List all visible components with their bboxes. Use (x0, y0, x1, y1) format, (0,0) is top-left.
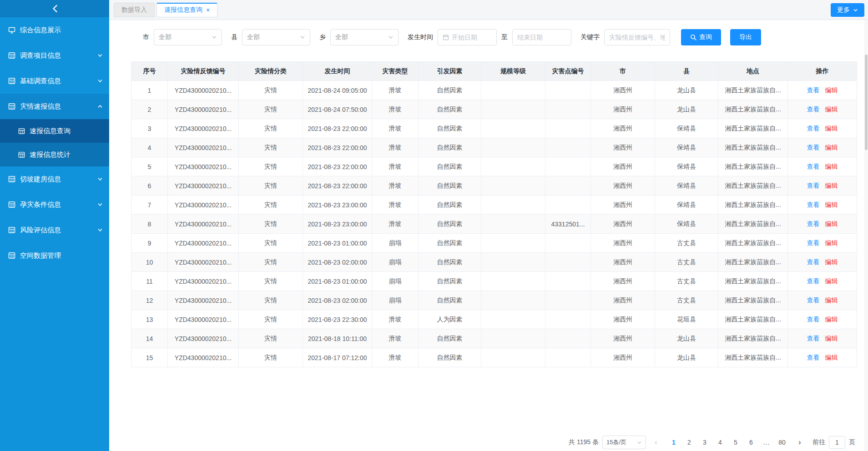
table-cell: 滑坡 (372, 215, 419, 234)
sidebar-subitem-report-info-query[interactable]: 速报信息查询 (0, 119, 109, 143)
sidebar-item-basic-survey-info[interactable]: 基础调查信息 (0, 68, 109, 94)
page-number[interactable]: 1 (667, 436, 681, 449)
town-select[interactable]: 全部 (330, 29, 399, 45)
tab-data-import[interactable]: 数据导入 (114, 3, 155, 17)
table-cell: 龙山县 (655, 81, 718, 100)
edit-link[interactable]: 编辑 (825, 316, 838, 323)
sidebar-item-disaster-condition-info[interactable]: 孕灾条件信息 (0, 192, 109, 217)
view-link[interactable]: 查看 (807, 105, 820, 113)
sidebar-item-slope-housing-info[interactable]: 切坡建房信息 (0, 166, 109, 192)
table-cell: 湘西土家族苗族自... (718, 157, 788, 176)
view-link[interactable]: 查看 (807, 201, 820, 208)
view-link[interactable]: 查看 (807, 239, 820, 246)
view-link[interactable]: 查看 (807, 163, 820, 170)
page-number[interactable]: 5 (729, 436, 742, 449)
start-date-field[interactable] (452, 34, 492, 41)
chevron-down-icon (97, 202, 103, 207)
prev-page-button[interactable]: ‹ (650, 438, 662, 446)
edit-link[interactable]: 编辑 (825, 296, 838, 304)
sidebar-menu: 综合信息展示 调查项目信息 基础调查信息 灾情速报信 (0, 17, 109, 451)
edit-link[interactable]: 编辑 (825, 163, 838, 170)
page-number[interactable]: 6 (744, 436, 758, 449)
table-cell (481, 138, 545, 157)
view-link[interactable]: 查看 (807, 258, 820, 266)
city-select[interactable]: 全部 (154, 29, 222, 45)
keyword-input[interactable] (604, 29, 670, 45)
table-icon (8, 201, 15, 208)
view-link[interactable]: 查看 (807, 125, 820, 132)
table-cell (545, 195, 591, 215)
view-link[interactable]: 查看 (807, 182, 820, 189)
edit-link[interactable]: 编辑 (825, 258, 838, 266)
view-link[interactable]: 查看 (807, 86, 820, 94)
view-link[interactable]: 查看 (807, 354, 820, 361)
collapse-sidebar-icon[interactable] (52, 5, 58, 13)
county-select[interactable]: 全部 (242, 29, 310, 45)
vertical-scrollbar[interactable] (864, 20, 868, 451)
view-link[interactable]: 查看 (807, 144, 820, 151)
export-button[interactable]: 导出 (730, 29, 761, 45)
table-cell: 滑坡 (372, 310, 419, 329)
table-cell (545, 291, 591, 310)
table-cell: 湘西州 (591, 176, 655, 195)
page-number[interactable]: 80 (775, 436, 789, 449)
table-cell: 5 (131, 157, 168, 176)
view-link[interactable]: 查看 (807, 220, 820, 227)
table-cell: 湘西州 (591, 215, 655, 234)
table-cell: 1 (131, 81, 168, 100)
table-cell: 自然因素 (419, 81, 481, 100)
page-number[interactable]: 3 (698, 436, 712, 449)
table-row: 2YZD43000020210...灾情2021-08-24 07:50:00滑… (131, 100, 857, 119)
end-date-field[interactable] (517, 34, 566, 41)
edit-link[interactable]: 编辑 (825, 105, 838, 113)
edit-link[interactable]: 编辑 (825, 201, 838, 208)
table-cell: 灾情 (239, 138, 303, 157)
page-number[interactable]: 2 (682, 436, 696, 449)
table-cell: 自然因素 (419, 119, 481, 138)
page-ellipsis: ... (760, 436, 773, 449)
scrollbar-thumb[interactable] (865, 55, 868, 150)
more-button[interactable]: 更多 (831, 3, 864, 17)
view-link[interactable]: 查看 (807, 335, 820, 342)
sidebar-item-disaster-quick-report[interactable]: 灾情速报信息 (0, 94, 109, 119)
table-icon (8, 175, 15, 183)
table-cell: 自然因素 (419, 215, 481, 234)
sidebar-item-risk-assessment-info[interactable]: 风险评估信息 (0, 217, 109, 243)
table-cell: 自然因素 (419, 157, 481, 176)
start-date-input[interactable] (438, 29, 497, 45)
edit-link[interactable]: 编辑 (825, 86, 838, 94)
page-size-select[interactable]: 15条/页 (602, 436, 646, 449)
end-date-input[interactable] (512, 29, 571, 45)
edit-link[interactable]: 编辑 (825, 277, 838, 285)
view-link[interactable]: 查看 (807, 296, 820, 304)
table-cell: 湘西土家族苗族自... (718, 100, 788, 119)
goto-page-input[interactable] (829, 436, 845, 449)
next-page-button[interactable]: › (793, 438, 806, 446)
sidebar-item-survey-project-info[interactable]: 调查项目信息 (0, 43, 109, 68)
page-number[interactable]: 4 (713, 436, 727, 449)
edit-link[interactable]: 编辑 (825, 125, 838, 132)
edit-link[interactable]: 编辑 (825, 239, 838, 246)
sidebar-subitem-report-info-stats[interactable]: 速报信息统计 (0, 143, 109, 166)
view-link[interactable]: 查看 (807, 316, 820, 323)
table-row: 5YZD43000020210...灾情2021-08-23 22:00:00滑… (131, 157, 857, 176)
table-container: 序号灾险情反馈编号灾险情分类发生时间灾害类型引发因素规模等级灾害点编号市县地点操… (131, 61, 857, 367)
sidebar-item-comprehensive-display[interactable]: 综合信息展示 (0, 17, 109, 43)
edit-link[interactable]: 编辑 (825, 220, 838, 227)
table-cell: 4 (131, 138, 168, 157)
sidebar-item-spatial-data-management[interactable]: 空间数据管理 (0, 243, 109, 268)
edit-link[interactable]: 编辑 (825, 354, 838, 361)
actions-cell: 查看编辑 (788, 119, 857, 138)
search-button[interactable]: 查询 (681, 29, 721, 45)
edit-link[interactable]: 编辑 (825, 335, 838, 342)
edit-link[interactable]: 编辑 (825, 144, 838, 151)
tab-close-icon[interactable]: × (206, 7, 210, 13)
edit-link[interactable]: 编辑 (825, 182, 838, 189)
monitor-icon (8, 26, 15, 34)
tab-report-query[interactable]: 速报信息查询 × (156, 3, 217, 17)
actions-cell: 查看编辑 (788, 100, 857, 119)
column-header: 灾害类型 (372, 62, 419, 81)
view-link[interactable]: 查看 (807, 277, 820, 285)
table-cell: 2021-08-23 23:00:00 (303, 215, 372, 234)
table-cell: 2021-08-23 01:00:00 (303, 272, 372, 291)
